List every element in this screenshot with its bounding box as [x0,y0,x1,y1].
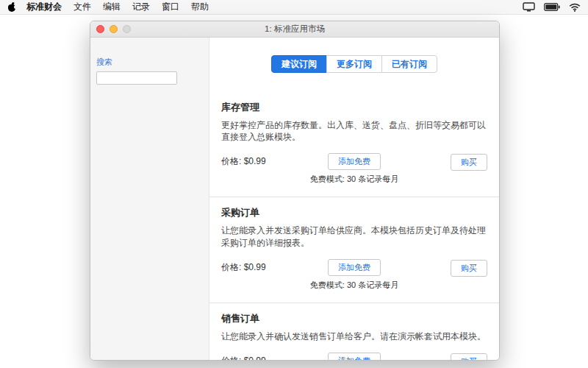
module-price: 价格: $0.99 [221,259,310,274]
module-title: 库存管理 [221,101,487,114]
free-mode-label: 免费模式: 30 条记录每月 [310,280,398,291]
module-purchase-orders: 采购订单 让您能录入并发送采购订单给供应商。本模块包括历史订单及待处理采购订单的… [209,197,499,302]
app-window: 1: 标准应用市场 搜索 建议订阅 更多订阅 已有订阅 库存管理 更好掌控产品的… [90,21,500,361]
menu-app-name[interactable]: 标准财会 [26,1,62,13]
window-title: 1: 标准应用市场 [265,24,325,35]
menubar-status-area [523,2,581,12]
search-label: 搜索 [96,57,203,68]
free-mode-label: 免费模式: 30 条记录每月 [310,174,398,185]
module-title: 采购订单 [221,206,487,219]
close-button[interactable] [96,25,104,33]
menu-help[interactable]: 帮助 [191,1,209,13]
add-free-button[interactable]: 添加免费 [328,153,381,170]
module-list: 库存管理 更好掌控产品的库存数量。出入库、送货、盘点、折旧等交易都可以直接登入总… [209,92,499,360]
subscription-tabs: 建议订阅 更多订阅 已有订阅 [209,55,499,73]
module-price: 价格: $0.99 [221,153,310,168]
minimize-button[interactable] [110,25,118,33]
module-description: 让您能录入并确认发送销售订单给客户。请在演示帐套试用本模块。 [221,330,487,342]
tab-suggested[interactable]: 建议订阅 [271,55,327,73]
module-sales-orders: 销售订单 让您能录入并确认发送销售订单给客户。请在演示帐套试用本模块。 价格: … [209,302,499,360]
module-title: 销售订单 [221,312,487,325]
app-store-content: 建议订阅 更多订阅 已有订阅 库存管理 更好掌控产品的库存数量。出入库、送货、盘… [209,38,499,360]
wifi-icon[interactable] [569,3,581,12]
tab-subscribed[interactable]: 已有订阅 [381,55,437,73]
display-icon[interactable] [523,2,535,12]
menu-record[interactable]: 记录 [132,1,150,13]
menu-edit[interactable]: 编辑 [103,1,121,13]
buy-button[interactable]: 购买 [451,154,487,171]
add-free-button[interactable]: 添加免费 [328,259,381,276]
menu-file[interactable]: 文件 [74,1,91,13]
tab-more[interactable]: 更多订阅 [326,55,382,73]
sidebar: 搜索 [90,38,209,360]
menu-bar: 标准财会 文件 编辑 记录 窗口 帮助 [0,0,588,15]
window-titlebar[interactable]: 1: 标准应用市场 [90,21,499,38]
module-inventory-management: 库存管理 更好掌控产品的库存数量。出入库、送货、盘点、折旧等交易都可以直接登入总… [209,92,499,197]
apple-icon[interactable] [7,3,16,12]
module-description: 更好掌控产品的库存数量。出入库、送货、盘点、折旧等交易都可以直接登入总账模块。 [221,119,487,143]
search-input[interactable] [96,71,177,85]
buy-button[interactable]: 购买 [451,353,487,360]
add-free-button[interactable]: 添加免费 [328,353,381,360]
module-description: 让您能录入并发送采购订单给供应商。本模块包括历史订单及待处理采购订单的详细报表。 [221,224,487,248]
module-price: 价格: $0.99 [221,353,310,360]
zoom-button[interactable] [123,25,131,33]
menu-window[interactable]: 窗口 [162,1,179,13]
buy-button[interactable]: 购买 [451,260,487,277]
traffic-lights [96,25,131,33]
battery-icon[interactable] [544,3,560,11]
